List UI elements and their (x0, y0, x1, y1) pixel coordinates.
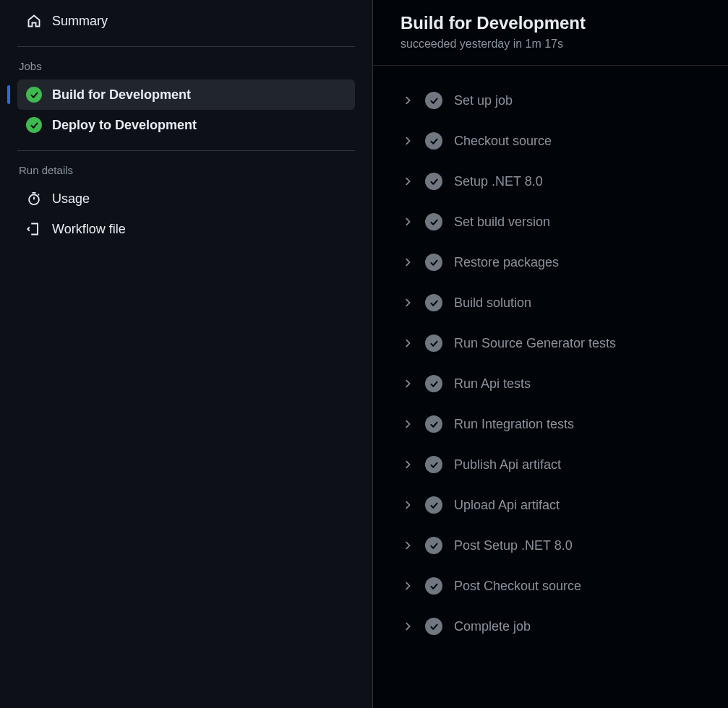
chevron-right-icon (402, 256, 414, 268)
chevron-right-icon (402, 337, 414, 349)
steps-list: Set up jobCheckout sourceSetup .NET 8.0S… (373, 66, 728, 654)
chevron-right-icon (402, 459, 414, 470)
chevron-right-icon (402, 580, 414, 592)
step-row[interactable]: Build solution (373, 282, 728, 323)
workflow-file-icon (26, 221, 42, 237)
main-panel: Build for Development succeeded yesterda… (372, 0, 728, 708)
jobs-header: Jobs (17, 60, 355, 79)
success-check-icon (425, 456, 442, 473)
sidebar-usage-label: Usage (52, 191, 346, 207)
chevron-right-icon (402, 135, 414, 147)
success-check-icon (425, 92, 442, 109)
chevron-right-icon (402, 216, 414, 228)
chevron-right-icon (402, 418, 414, 430)
sidebar-job-label: Deploy to Development (52, 118, 346, 133)
chevron-right-icon (402, 378, 414, 389)
chevron-right-icon (402, 176, 414, 187)
step-label: Upload Api artifact (454, 498, 560, 513)
chevron-right-icon (402, 95, 414, 106)
step-label: Set build version (454, 215, 550, 230)
step-label: Checkout source (454, 134, 552, 149)
step-row[interactable]: Post Setup .NET 8.0 (373, 525, 728, 566)
job-title: Build for Development (401, 13, 701, 33)
success-check-icon (425, 537, 442, 554)
chevron-right-icon (402, 499, 414, 511)
success-check-icon (26, 117, 42, 133)
step-label: Post Setup .NET 8.0 (454, 538, 573, 553)
sidebar-job-item[interactable]: Build for Development (17, 79, 355, 110)
step-row[interactable]: Run Integration tests (373, 404, 728, 444)
success-check-icon (425, 415, 442, 433)
step-row[interactable]: Complete job (373, 606, 728, 647)
job-subtitle: succeeded yesterday in 1m 17s (401, 38, 701, 51)
step-row[interactable]: Run Source Generator tests (373, 323, 728, 363)
step-row[interactable]: Set up job (373, 80, 728, 121)
chevron-right-icon (402, 540, 414, 551)
success-check-icon (425, 496, 442, 514)
step-row[interactable]: Setup .NET 8.0 (373, 161, 728, 202)
sidebar-summary[interactable]: Summary (17, 6, 355, 36)
step-label: Build solution (454, 295, 531, 311)
stopwatch-icon (26, 191, 42, 207)
success-check-icon (425, 132, 442, 150)
step-row[interactable]: Restore packages (373, 242, 728, 282)
step-label: Setup .NET 8.0 (454, 174, 543, 189)
success-check-icon (425, 577, 442, 595)
success-check-icon (425, 294, 442, 311)
success-check-icon (425, 173, 442, 190)
success-check-icon (425, 618, 442, 635)
step-label: Run Source Generator tests (454, 336, 616, 351)
step-row[interactable]: Publish Api artifact (373, 444, 728, 485)
sidebar-workflow-file-label: Workflow file (52, 222, 346, 237)
success-check-icon (425, 334, 442, 352)
home-icon (26, 13, 42, 29)
step-label: Restore packages (454, 255, 559, 270)
step-row[interactable]: Run Api tests (373, 363, 728, 404)
success-check-icon (425, 254, 442, 271)
divider (17, 46, 355, 47)
sidebar-usage[interactable]: Usage (17, 184, 355, 214)
step-label: Post Checkout source (454, 579, 581, 594)
step-label: Run Api tests (454, 376, 531, 392)
step-row[interactable]: Checkout source (373, 121, 728, 161)
run-details-header: Run details (17, 164, 355, 184)
step-label: Publish Api artifact (454, 457, 561, 472)
divider (17, 150, 355, 151)
chevron-right-icon (402, 297, 414, 308)
sidebar-job-label: Build for Development (52, 87, 346, 103)
step-label: Run Integration tests (454, 417, 574, 432)
step-row[interactable]: Post Checkout source (373, 566, 728, 606)
success-check-icon (425, 375, 442, 392)
chevron-right-icon (402, 621, 414, 632)
sidebar-workflow-file[interactable]: Workflow file (17, 214, 355, 244)
success-check-icon (26, 87, 42, 103)
sidebar-summary-label: Summary (52, 14, 346, 29)
step-row[interactable]: Upload Api artifact (373, 485, 728, 525)
step-label: Set up job (454, 93, 513, 108)
step-row[interactable]: Set build version (373, 202, 728, 242)
sidebar: Summary Jobs Build for DevelopmentDeploy… (0, 0, 372, 708)
step-label: Complete job (454, 619, 531, 634)
main-header: Build for Development succeeded yesterda… (373, 0, 728, 66)
sidebar-job-item[interactable]: Deploy to Development (17, 110, 355, 140)
success-check-icon (425, 213, 442, 230)
